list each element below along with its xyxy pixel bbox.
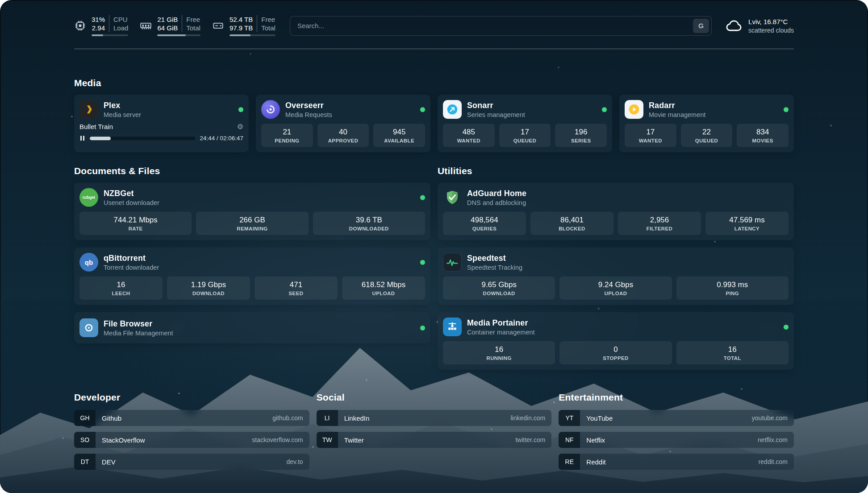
stat-tile: 498,564 QUERIES [443, 212, 526, 235]
bookmark-abbr: LI [317, 410, 338, 426]
stat-label: RUNNING [445, 355, 553, 361]
stat-tile: 0.993 ms PING [676, 276, 789, 300]
bookmark-name: Twitter [344, 436, 364, 444]
gear-icon[interactable]: ⚙ [237, 123, 243, 130]
stat-label: PENDING [263, 138, 311, 144]
cpu-icon [74, 20, 86, 32]
bookmark-abbr: YT [559, 410, 580, 426]
service-card-sonarr[interactable]: Sonarr Series management 485 WANTED 17 Q… [438, 95, 612, 152]
service-name[interactable]: Radarr [649, 100, 705, 110]
overseerr-icon [261, 100, 280, 119]
service-card-plex[interactable]: Plex Media server Bullet Train ⚙ [74, 95, 249, 152]
memory-total-label: Total [186, 24, 200, 32]
bookmark-linkedin[interactable]: LI LinkedIn linkedin.com [317, 410, 552, 426]
stat-tile: 834 MOVIES [737, 124, 789, 147]
bookmark-twitter[interactable]: TW Twitter twitter.com [317, 432, 552, 448]
stat-value: 471 [256, 280, 336, 289]
memory-usage-bar [157, 34, 200, 36]
stat-value: 498,564 [445, 215, 524, 225]
media-player: 24:44 / 02:06:47 [79, 135, 243, 142]
stat-tile: 485 WANTED [443, 124, 495, 147]
service-subtitle: Movie management [649, 111, 705, 119]
service-name[interactable]: Speedtest [467, 253, 522, 263]
bookmark-github[interactable]: GH Github github.com [74, 410, 309, 426]
cpu-usage-bar [92, 34, 128, 36]
service-card-speedtest[interactable]: Speedtest Speedtest Tracking 9.65 Gbps D… [438, 247, 794, 305]
stat-label: WANTED [626, 138, 675, 144]
stat-tile: 47.569 ms LATENCY [705, 212, 789, 235]
stat-value: 16 [81, 280, 161, 289]
stat-value: 2,956 [620, 215, 699, 225]
service-name[interactable]: AdGuard Home [467, 188, 526, 198]
stat-label: SEED [256, 290, 336, 297]
bookmark-name: Reddit [586, 458, 605, 466]
bookmark-stackoverflow[interactable]: SO StackOverflow stackoverflow.com [74, 432, 309, 448]
search-provider-button[interactable]: G [693, 19, 709, 33]
stat-label: MOVIES [739, 138, 787, 144]
stat-label: STOPPED [561, 355, 670, 361]
playback-progress-bar [90, 137, 195, 140]
radarr-icon [625, 100, 643, 119]
service-name[interactable]: NZBGet [104, 188, 159, 198]
stat-label: QUEUED [501, 138, 549, 144]
status-dot [420, 107, 425, 112]
service-name[interactable]: Overseerr [285, 100, 332, 110]
disk-total-value: 97.9 TB [230, 24, 253, 32]
bookmark-dev[interactable]: DT DEV dev.to [74, 454, 309, 470]
service-name[interactable]: qBittorrent [104, 253, 159, 263]
search-input[interactable] [290, 16, 712, 36]
stat-value: 744.21 Mbps [81, 215, 190, 225]
service-subtitle: Container management [467, 328, 535, 336]
bookmark-group-developer: Developer GH Github github.com SO StackO… [74, 392, 309, 476]
stat-tile: 86,401 BLOCKED [530, 212, 613, 235]
bookmark-group-entertainment: Entertainment YT YouTube youtube.com NF … [559, 392, 794, 476]
weather-location: Lviv, 16.87°C [748, 17, 794, 26]
stat-value: 9.65 Gbps [445, 280, 553, 289]
stat-label: WANTED [445, 138, 493, 144]
status-dot [420, 260, 425, 265]
pause-icon[interactable] [79, 135, 85, 142]
service-card-filebrowser[interactable]: File Browser Media File Management [74, 312, 430, 343]
stat-value: 40 [319, 127, 367, 137]
bookmark-youtube[interactable]: YT YouTube youtube.com [559, 410, 794, 426]
bookmark-netflix[interactable]: NF Netflix netflix.com [559, 432, 794, 448]
bookmark-name: Netflix [586, 436, 605, 444]
adguard-icon [443, 188, 462, 207]
stat-value: 0.993 ms [678, 280, 787, 289]
service-card-nzbget[interactable]: nzbget NZBGet Usenet downloader 744.21 M… [74, 183, 430, 240]
service-subtitle: Speedtest Tracking [467, 263, 522, 272]
service-card-adguard[interactable]: AdGuard Home DNS and adblocking 498,564 … [438, 183, 794, 240]
service-card-overseerr[interactable]: Overseerr Media Requests 21 PENDING 40 A… [256, 95, 430, 152]
section-title-documents: Documents & Files [74, 166, 430, 176]
memory-icon [140, 20, 152, 32]
service-name[interactable]: Plex [104, 100, 141, 110]
section-title-utilities: Utilities [438, 166, 794, 176]
service-card-portainer[interactable]: Media Portainer Container management 16 … [438, 312, 794, 370]
qbittorrent-icon: qb [79, 253, 98, 272]
cpu-load-label: Load [113, 24, 128, 32]
service-card-qbittorrent[interactable]: qb qBittorrent Torrent downloader 16 LEE… [74, 247, 430, 305]
playback-time: 24:44 / 02:06:47 [200, 135, 243, 142]
disk-widget: 52.4 TB 97.9 TB Free Total [212, 15, 275, 36]
bookmark-reddit[interactable]: RE Reddit reddit.com [559, 454, 794, 470]
stat-value: 16 [445, 345, 553, 354]
snow-particles [0, 0, 1, 1]
stat-label: LEECH [81, 290, 161, 297]
service-name[interactable]: Sonarr [467, 100, 525, 110]
bookmark-abbr: GH [74, 410, 96, 426]
portainer-icon [443, 318, 462, 336]
bookmark-name: DEV [102, 458, 116, 466]
stat-value: 618.52 Mbps [344, 280, 423, 289]
service-name[interactable]: Media Portainer [467, 318, 535, 328]
service-name[interactable]: File Browser [104, 319, 173, 329]
stat-value: 39.6 TB [315, 215, 423, 225]
memory-free-value: 21 GiB [157, 15, 178, 24]
weather-widget: Lviv, 16.87°C scattered clouds [725, 17, 794, 35]
stat-tile: 21 PENDING [261, 124, 313, 147]
status-dot [784, 325, 789, 330]
stat-label: APPROVED [319, 138, 367, 144]
section-documents: Documents & Files nzbget NZBGet Usenet d… [74, 166, 430, 370]
bookmark-abbr: DT [74, 454, 96, 470]
service-card-radarr[interactable]: Radarr Movie management 17 WANTED 22 QUE… [619, 95, 794, 152]
service-subtitle: Torrent downloader [104, 263, 159, 272]
